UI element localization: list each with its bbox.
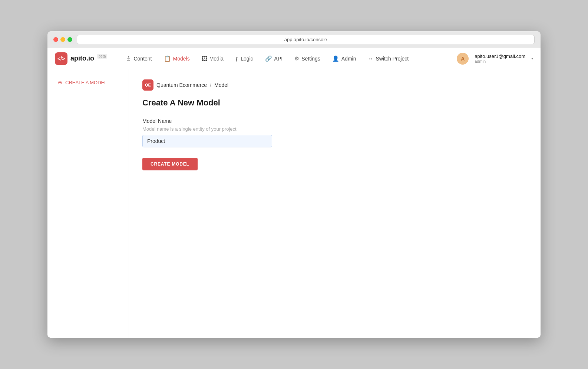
- close-button[interactable]: [53, 37, 58, 42]
- media-icon: 🖼: [202, 55, 207, 62]
- create-model-sidebar-button[interactable]: ⊕ CREATE A MODEL: [53, 76, 123, 88]
- nav-media[interactable]: 🖼 Media: [196, 53, 229, 64]
- nav-logic[interactable]: ƒ Logic: [230, 53, 258, 64]
- top-nav: </> apito.io beta 🗄 Content 📋 Models 🖼 M…: [47, 48, 541, 69]
- nav-content-label: Content: [133, 56, 152, 62]
- models-icon: 📋: [164, 55, 171, 62]
- nav-switch-project[interactable]: ↔ Switch Project: [363, 53, 414, 64]
- browser-chrome: app.apito.io/console: [47, 31, 541, 48]
- switch-project-icon: ↔: [368, 55, 373, 62]
- project-badge: QE: [142, 79, 153, 91]
- nav-admin[interactable]: 👤 Admin: [327, 53, 361, 64]
- api-icon: 🔗: [265, 55, 272, 62]
- breadcrumb-separator: /: [210, 82, 211, 88]
- logo-text: apito.io: [70, 55, 94, 62]
- model-name-input[interactable]: [142, 135, 272, 147]
- nav-api[interactable]: 🔗 API: [260, 53, 288, 64]
- avatar: A: [457, 53, 469, 65]
- nav-admin-label: Admin: [341, 56, 356, 62]
- user-area[interactable]: A apito.user1@gmail.com admin ▾: [457, 53, 533, 65]
- model-name-hint: Model name is a single entity of your pr…: [142, 126, 527, 132]
- maximize-button[interactable]: [67, 37, 72, 42]
- user-email: apito.user1@gmail.com: [475, 53, 525, 59]
- logo-area[interactable]: </> apito.io beta: [55, 52, 107, 65]
- address-bar[interactable]: app.apito.io/console: [77, 35, 535, 44]
- user-dropdown-icon[interactable]: ▾: [531, 56, 533, 61]
- breadcrumb-current: Model: [214, 82, 228, 88]
- model-name-group: Model Name Model name is a single entity…: [142, 118, 527, 147]
- beta-badge: beta: [97, 54, 107, 59]
- nav-logic-label: Logic: [241, 56, 253, 62]
- create-model-sidebar-label: CREATE A MODEL: [65, 80, 107, 85]
- nav-api-label: API: [274, 56, 283, 62]
- nav-switch-project-label: Switch Project: [376, 56, 409, 62]
- logic-icon: ƒ: [235, 55, 238, 62]
- create-model-sidebar-icon: ⊕: [58, 79, 62, 85]
- breadcrumb-project: Quantum Ecommerce: [156, 82, 207, 88]
- settings-icon: ⚙: [294, 55, 299, 62]
- content-icon: 🗄: [126, 55, 131, 62]
- create-model-button[interactable]: CREATE MODEL: [142, 158, 198, 170]
- sidebar: ⊕ CREATE A MODEL: [47, 69, 129, 338]
- main-layout: ⊕ CREATE A MODEL QE Quantum Ecommerce / …: [47, 69, 541, 338]
- page-title: Create A New Model: [142, 98, 527, 108]
- nav-models-label: Models: [173, 56, 190, 62]
- user-role: admin: [475, 59, 525, 63]
- nav-content[interactable]: 🗄 Content: [120, 53, 157, 64]
- browser-window: app.apito.io/console </> apito.io beta 🗄…: [47, 31, 541, 338]
- breadcrumb: QE Quantum Ecommerce / Model: [142, 79, 527, 91]
- logo-icon: </>: [55, 52, 67, 65]
- model-name-label: Model Name: [142, 118, 527, 124]
- nav-items: 🗄 Content 📋 Models 🖼 Media ƒ Logic 🔗: [120, 53, 457, 64]
- content-area: QE Quantum Ecommerce / Model Create A Ne…: [129, 69, 541, 338]
- minimize-button[interactable]: [60, 37, 65, 42]
- nav-settings[interactable]: ⚙ Settings: [289, 53, 326, 64]
- nav-models[interactable]: 📋 Models: [159, 53, 195, 64]
- admin-icon: 👤: [332, 55, 339, 62]
- traffic-lights: [53, 37, 72, 42]
- app-container: </> apito.io beta 🗄 Content 📋 Models 🖼 M…: [47, 48, 541, 338]
- user-info: apito.user1@gmail.com admin: [475, 53, 525, 63]
- nav-media-label: Media: [209, 56, 224, 62]
- nav-settings-label: Settings: [301, 56, 320, 62]
